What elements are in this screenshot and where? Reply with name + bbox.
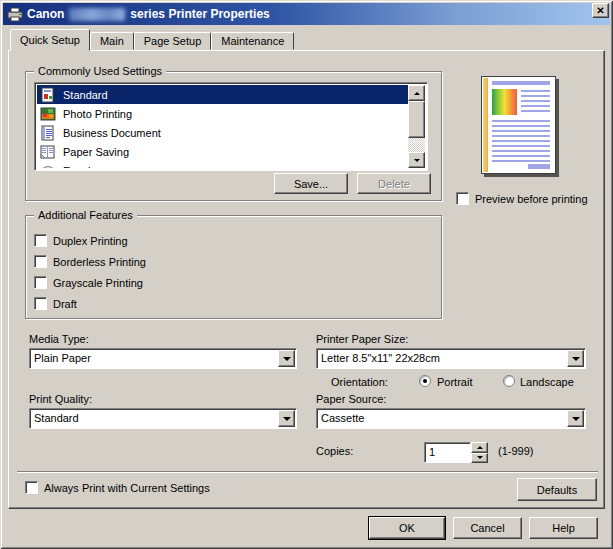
grayscale-printing-checkbox[interactable] [34, 276, 47, 289]
duplex-printing-label: Duplex Printing [53, 235, 128, 247]
standard-document-icon [40, 87, 56, 103]
photo-icon [40, 106, 56, 122]
chevron-down-icon [572, 417, 580, 421]
scroll-down-button[interactable] [408, 152, 425, 168]
list-scrollbar[interactable] [408, 85, 425, 168]
preview-thumbnail [481, 76, 556, 174]
paper-source-dropdown-button[interactable] [567, 410, 584, 427]
defaults-button[interactable]: Defaults [517, 478, 597, 501]
tab-page-setup[interactable]: Page Setup [134, 32, 212, 50]
paper-source-label: Paper Source: [316, 393, 386, 405]
grayscale-printing-label: Grayscale Printing [53, 277, 143, 289]
copies-decrement-button[interactable] [471, 453, 488, 464]
printer-paper-size-value: Letter 8.5"x11" 22x28cm [316, 348, 586, 369]
quick-setup-panel: Commonly Used Settings Standard [8, 50, 605, 509]
chevron-down-icon [572, 357, 580, 361]
print-quality-dropdown-button[interactable] [278, 410, 295, 427]
print-quality-label: Print Quality: [29, 393, 92, 405]
radio-dot [423, 379, 427, 383]
preview-signature-block [528, 164, 550, 169]
landscape-label: Landscape [520, 376, 574, 388]
copies-spin-buttons [471, 442, 488, 463]
preview-before-printing-label: Preview before printing [475, 193, 588, 205]
list-item-photo-printing[interactable]: Photo Printing [37, 104, 408, 123]
preview-header-line [492, 81, 550, 85]
media-type-dropdown[interactable]: Plain Paper [29, 348, 297, 369]
portrait-label: Portrait [437, 376, 472, 388]
paper-saving-icon [40, 144, 56, 160]
spin-up-icon [477, 446, 483, 449]
tab-main[interactable]: Main [90, 32, 134, 50]
list-item-label: Paper Saving [63, 146, 129, 158]
list-item-standard[interactable]: Standard [37, 85, 408, 104]
portrait-radio[interactable] [419, 375, 431, 387]
scroll-up-button[interactable] [408, 85, 425, 101]
scroll-up-icon [414, 92, 420, 95]
tab-maintenance[interactable]: Maintenance [211, 32, 294, 50]
copies-increment-button[interactable] [471, 442, 488, 453]
copies-range-label: (1-999) [498, 445, 533, 457]
duplex-printing-checkbox[interactable] [34, 234, 47, 247]
always-print-checkbox[interactable] [25, 481, 38, 494]
copies-value[interactable]: 1 [424, 442, 471, 463]
printer-paper-size-dropdown[interactable]: Letter 8.5"x11" 22x28cm [316, 348, 586, 369]
title-bar[interactable]: Canon series Printer Properties [3, 3, 610, 25]
print-quality-value: Standard [29, 408, 297, 429]
list-item-label: Envelope [63, 165, 109, 169]
borderless-printing-label: Borderless Printing [53, 256, 146, 268]
business-document-icon [40, 125, 56, 141]
list-item-label: Photo Printing [63, 108, 132, 120]
list-item-envelope[interactable]: Envelope [37, 161, 408, 168]
scroll-down-icon [414, 159, 420, 162]
printer-icon [7, 7, 23, 22]
printer-properties-dialog: Canon series Printer Properties ✕ Quick … [0, 0, 613, 549]
print-quality-dropdown[interactable]: Standard [29, 408, 297, 429]
media-type-label: Media Type: [29, 333, 89, 345]
preview-before-printing-checkbox[interactable] [456, 192, 469, 205]
paper-source-value: Cassette [316, 408, 586, 429]
printer-paper-size-dropdown-button[interactable] [567, 350, 584, 367]
list-item-label: Standard [63, 89, 108, 101]
settings-list: Standard Photo Printing [37, 85, 408, 168]
printer-paper-size-label: Printer Paper Size: [316, 333, 408, 345]
media-type-value: Plain Paper [29, 348, 297, 369]
cancel-button[interactable]: Cancel [453, 517, 522, 539]
help-button[interactable]: Help [529, 517, 598, 539]
draft-checkbox[interactable] [34, 297, 47, 310]
ok-button[interactable]: OK [369, 517, 445, 539]
preview-text-lines [492, 120, 550, 162]
dialog-button-row: OK Cancel Help [0, 509, 613, 545]
redacted-model-name [69, 8, 125, 21]
draft-label: Draft [53, 298, 77, 310]
landscape-radio[interactable] [503, 375, 515, 387]
window-title: Canon series Printer Properties [27, 7, 270, 21]
paper-source-dropdown[interactable]: Cassette [316, 408, 586, 429]
footer-divider [17, 471, 598, 473]
list-item-paper-saving[interactable]: Paper Saving [37, 142, 408, 161]
preview-rainbow-image [492, 89, 517, 115]
group-legend: Commonly Used Settings [34, 65, 166, 77]
list-item-label: Business Document [63, 127, 161, 139]
tab-strip: Quick Setup Main Page Setup Maintenance [10, 29, 294, 51]
save-button[interactable]: Save... [274, 173, 348, 194]
settings-listbox[interactable]: Standard Photo Printing [34, 82, 428, 171]
tab-quick-setup[interactable]: Quick Setup [10, 29, 90, 51]
media-type-dropdown-button[interactable] [278, 350, 295, 367]
spin-down-icon [477, 456, 483, 459]
delete-button: Delete [357, 173, 431, 194]
envelope-icon [40, 163, 56, 169]
orientation-label: Orientation: [331, 376, 388, 388]
list-item-business-document[interactable]: Business Document [37, 123, 408, 142]
borderless-printing-checkbox[interactable] [34, 255, 47, 268]
copies-label: Copies: [316, 445, 353, 457]
preview-margin-strip [483, 78, 488, 172]
close-button[interactable]: ✕ [592, 3, 609, 18]
group-legend: Additional Features [34, 209, 137, 221]
scroll-thumb[interactable] [408, 101, 425, 138]
chevron-down-icon [283, 417, 291, 421]
always-print-label: Always Print with Current Settings [44, 482, 210, 494]
preview-text-lines-small [521, 90, 550, 115]
chevron-down-icon [283, 357, 291, 361]
